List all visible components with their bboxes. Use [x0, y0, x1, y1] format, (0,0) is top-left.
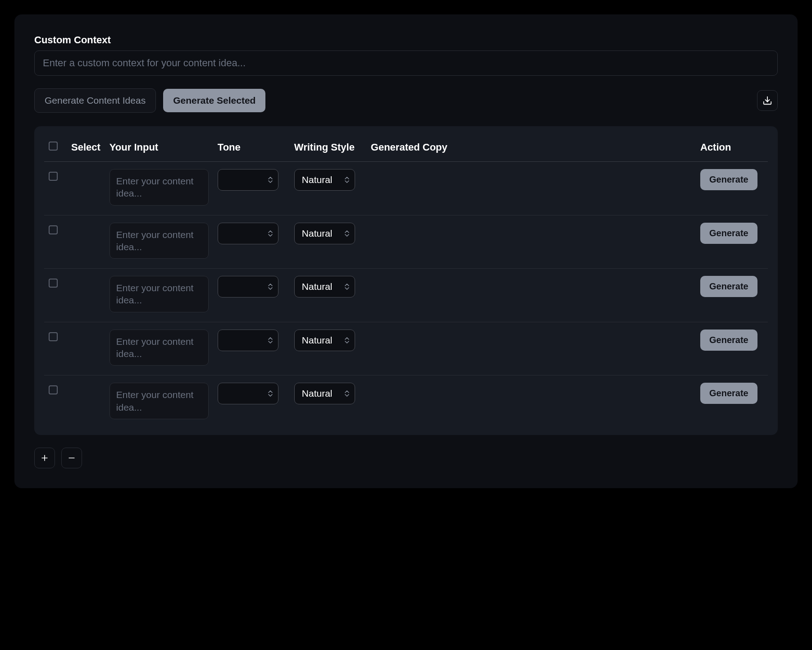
table-row: Natural Generate — [44, 375, 768, 429]
row-checkbox[interactable] — [49, 385, 58, 394]
custom-context-input[interactable] — [34, 50, 778, 76]
writing-style-select[interactable]: Natural — [294, 383, 355, 404]
row-checkbox[interactable] — [49, 225, 58, 234]
table-row: Natural Generate — [44, 269, 768, 322]
header-action: Action — [696, 135, 768, 162]
download-button[interactable] — [757, 90, 778, 111]
tone-select[interactable] — [218, 169, 278, 191]
generated-copy-cell — [366, 162, 696, 215]
writing-style-select[interactable]: Natural — [294, 276, 355, 298]
generate-content-ideas-button[interactable]: Generate Content Ideas — [34, 88, 156, 113]
table-row: Natural Generate — [44, 322, 768, 375]
plus-icon — [40, 453, 49, 462]
tone-select[interactable] — [218, 330, 278, 351]
generate-selected-button[interactable]: Generate Selected — [163, 89, 265, 112]
header-your-input: Your Input — [105, 135, 213, 162]
content-idea-input[interactable] — [109, 169, 209, 206]
header-generated-copy: Generated Copy — [366, 135, 696, 162]
writing-style-value: Natural — [302, 281, 333, 292]
content-table: Select Your Input Tone Writing Style Gen… — [44, 135, 768, 429]
content-table-wrap: Select Your Input Tone Writing Style Gen… — [34, 126, 778, 435]
generated-copy-cell — [366, 269, 696, 322]
generate-button[interactable]: Generate — [700, 276, 757, 297]
row-checkbox[interactable] — [49, 279, 58, 288]
header-tone: Tone — [213, 135, 290, 162]
generated-copy-cell — [366, 375, 696, 429]
writing-style-select[interactable]: Natural — [294, 169, 355, 191]
generated-copy-cell — [366, 215, 696, 269]
row-checkbox[interactable] — [49, 332, 58, 341]
content-table-body: Natural Generate Natural Generate Natura… — [44, 162, 768, 429]
writing-style-value: Natural — [302, 335, 333, 346]
writing-style-select[interactable]: Natural — [294, 330, 355, 351]
main-panel: Custom Context Generate Content Ideas Ge… — [14, 14, 798, 488]
writing-style-value: Natural — [302, 388, 333, 399]
tone-select[interactable] — [218, 383, 278, 404]
content-idea-input[interactable] — [109, 383, 209, 419]
remove-row-button[interactable] — [61, 448, 82, 468]
generate-button[interactable]: Generate — [700, 330, 757, 351]
download-icon — [762, 96, 772, 105]
content-idea-input[interactable] — [109, 223, 209, 259]
header-select-checkbox-cell — [44, 135, 67, 162]
generated-copy-cell — [366, 322, 696, 375]
tone-select[interactable] — [218, 276, 278, 298]
row-control-buttons — [34, 448, 778, 468]
content-idea-input[interactable] — [109, 276, 209, 312]
row-checkbox[interactable] — [49, 172, 58, 181]
table-row: Natural Generate — [44, 215, 768, 269]
add-row-button[interactable] — [34, 448, 55, 468]
actions-row: Generate Content Ideas Generate Selected — [34, 88, 778, 113]
writing-style-select[interactable]: Natural — [294, 223, 355, 244]
header-select: Select — [67, 135, 105, 162]
writing-style-value: Natural — [302, 228, 333, 239]
table-row: Natural Generate — [44, 162, 768, 215]
tone-select[interactable] — [218, 223, 278, 244]
writing-style-value: Natural — [302, 174, 333, 185]
header-writing-style: Writing Style — [290, 135, 366, 162]
content-idea-input[interactable] — [109, 330, 209, 366]
generate-button[interactable]: Generate — [700, 223, 757, 244]
custom-context-label: Custom Context — [34, 34, 778, 46]
generate-button[interactable]: Generate — [700, 169, 757, 190]
select-all-checkbox[interactable] — [49, 142, 58, 151]
generate-button[interactable]: Generate — [700, 383, 757, 404]
minus-icon — [67, 453, 76, 462]
